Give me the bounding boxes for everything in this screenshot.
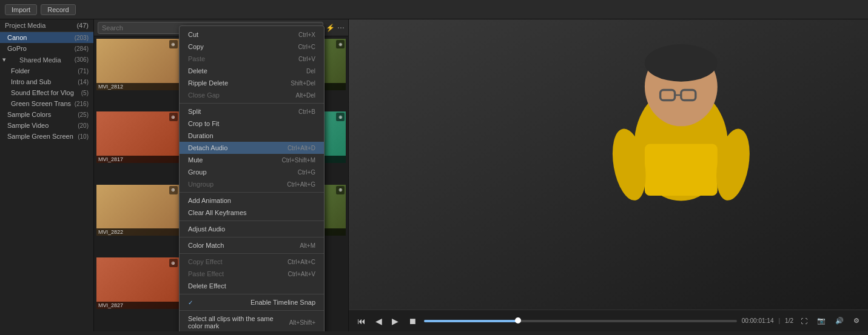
ctx-sep-7	[180, 310, 324, 311]
media-thumb-overlay: ⊕	[336, 40, 345, 48]
more-settings-button[interactable]: ⚙	[851, 316, 862, 326]
play-backward-button[interactable]: ◀	[373, 315, 385, 327]
sidebar-item-sound-effect[interactable]: Sound Effect for Vlog (5)	[0, 87, 93, 98]
ctx-paste-effect-shortcut: Ctrl+Alt+V	[288, 271, 315, 277]
ctx-copy[interactable]: Copy Ctrl+C	[180, 41, 324, 53]
sidebar-item-sample-colors[interactable]: Sample Colors (25)	[0, 109, 93, 120]
progress-bar[interactable]	[424, 320, 737, 322]
timeline-area: ↩ ↪ 🗑 ✂ ⧉ ⏱ ♪ NEW ↖ ⚡ 00:00:00:00 ⤢ + − …	[0, 331, 868, 335]
filter-icon[interactable]: ⚡	[326, 24, 335, 32]
ctx-clear-keyframes-label: Clear All Keyframes	[188, 209, 247, 216]
ctx-cut-label: Cut	[188, 31, 198, 38]
sidebar-item-sample-green-screen[interactable]: Sample Green Screen (10)	[0, 131, 93, 142]
ctx-cut-shortcut: Ctrl+X	[298, 32, 315, 38]
media-thumb-overlay: ⊕	[336, 113, 345, 121]
ctx-duration[interactable]: Duration	[180, 130, 324, 142]
time-total-fraction: 1/2	[785, 317, 793, 324]
ctx-detach-audio-shortcut: Ctrl+Alt+D	[288, 145, 315, 151]
media-thumb-label: MVI_2827	[96, 302, 179, 309]
ctx-ripple-delete-label: Ripple Delete	[188, 79, 228, 87]
ctx-copy-effect-shortcut: Ctrl+Alt+C	[288, 259, 315, 265]
fullscreen-button[interactable]: ⛶	[798, 316, 810, 326]
sidebar-item-sample-video[interactable]: Sample Video (20)	[0, 120, 93, 131]
ctx-duration-label: Duration	[188, 132, 214, 139]
sidebar-item-folder[interactable]: Folder (71)	[0, 65, 93, 76]
ctx-sep-3	[180, 221, 324, 221]
ctx-paste-label: Paste	[188, 55, 205, 62]
volume-button[interactable]: 🔊	[833, 316, 846, 326]
sidebar-item-canon[interactable]: Canon (203)	[0, 32, 93, 43]
ctx-mute[interactable]: Mute Ctrl+Shift+M	[180, 154, 324, 166]
ctx-clear-keyframes[interactable]: Clear All Keyframes	[180, 207, 324, 219]
record-button[interactable]: Record	[41, 4, 75, 15]
media-thumb-mvi2822[interactable]: ⊕ MVI_2822	[96, 185, 179, 236]
ctx-ungroup-label: Ungroup	[188, 181, 214, 188]
ctx-sep-2	[180, 192, 324, 193]
ctx-adjust-audio-label: Adjust Audio	[188, 225, 225, 233]
media-thumb-overlay: ⊕	[336, 186, 345, 194]
sidebar-item-shared-media[interactable]: ▾ Shared Media (306)	[0, 54, 93, 65]
ctx-enable-timeline-snap[interactable]: ✓ Enable Timeline Snap	[180, 296, 324, 308]
ctx-delete-effect[interactable]: Delete Effect	[180, 280, 324, 292]
ctx-cut[interactable]: Cut Ctrl+X	[180, 28, 324, 41]
context-menu: Cut Ctrl+X Copy Ctrl+C Paste Ctrl+V Dele…	[179, 25, 325, 331]
ctx-close-gap-shortcut: Alt+Del	[295, 92, 315, 99]
sidebar-item-gopro[interactable]: GoPro (284)	[0, 43, 93, 54]
ctx-ripple-delete[interactable]: Ripple Delete Shift+Del	[180, 77, 324, 89]
timeline-toolbar: ↩ ↪ 🗑 ✂ ⧉ ⏱ ♪ NEW ↖ ⚡ 00:00:00:00 ⤢ + − …	[0, 331, 868, 335]
ctx-select-same-color[interactable]: Select all clips with the same color mar…	[180, 313, 324, 331]
ctx-mute-shortcut: Ctrl+Shift+M	[281, 157, 315, 164]
media-thumb-mvi2817[interactable]: ⊕ MVI_2817	[96, 111, 179, 163]
top-bar: Import Record	[0, 0, 868, 19]
ctx-paste-shortcut: Ctrl+V	[298, 56, 315, 62]
ctx-add-animation-label: Add Animation	[188, 197, 231, 204]
stop-button[interactable]: ⏹	[406, 315, 419, 327]
ctx-detach-audio[interactable]: Detach Audio Ctrl+Alt+D	[180, 142, 324, 154]
ctx-copy-effect-label: Copy Effect	[188, 258, 223, 265]
ctx-delete-label: Delete	[188, 67, 207, 75]
sidebar-item-green-screen[interactable]: Green Screen Trans (216)	[0, 98, 93, 109]
ctx-adjust-audio[interactable]: Adjust Audio	[180, 223, 324, 235]
ctx-sep-1	[180, 103, 324, 104]
sidebar-item-intro-sub[interactable]: Intro and Sub (14)	[0, 76, 93, 87]
ctx-split-shortcut: Ctrl+B	[298, 108, 315, 115]
ctx-enable-timeline-snap-label: Enable Timeline Snap	[251, 299, 315, 306]
svg-point-4	[645, 44, 718, 82]
ctx-sep-4	[180, 237, 324, 237]
progress-thumb	[515, 317, 521, 323]
check-icon: ✓	[188, 299, 193, 306]
ctx-crop-to-fit[interactable]: Crop to Fit	[180, 118, 324, 130]
ctx-paste: Paste Ctrl+V	[180, 53, 324, 65]
left-panel-header: Project Media (47)	[0, 19, 93, 32]
ctx-paste-effect: Paste Effect Ctrl+Alt+V	[180, 268, 324, 280]
ctx-ungroup-shortcut: Ctrl+Alt+G	[287, 181, 315, 188]
time-fraction: |	[778, 317, 780, 324]
ctx-add-animation[interactable]: Add Animation	[180, 194, 324, 207]
ctx-split[interactable]: Split Ctrl+B	[180, 105, 324, 118]
snapshot-button[interactable]: 📷	[815, 316, 828, 326]
ctx-detach-audio-label: Detach Audio	[188, 144, 227, 151]
ctx-color-match-label: Color Match	[188, 242, 224, 249]
ctx-crop-to-fit-label: Crop to Fit	[188, 120, 219, 127]
ctx-sep-5	[180, 253, 324, 254]
import-button[interactable]: Import	[5, 4, 37, 15]
ctx-color-match-shortcut: Alt+M	[300, 242, 315, 249]
main-area: Project Media (47) Canon (203) GoPro (28…	[0, 19, 868, 331]
ctx-color-match[interactable]: Color Match Alt+M	[180, 239, 324, 251]
ctx-mute-label: Mute	[188, 156, 203, 164]
ctx-group-shortcut: Ctrl+G	[298, 169, 315, 176]
media-thumb-mvi2812[interactable]: ⊕ MVI_2812	[96, 39, 179, 90]
ctx-delete[interactable]: Delete Del	[180, 65, 324, 77]
ctx-close-gap: Close Gap Alt+Del	[180, 89, 324, 101]
preview-video	[349, 19, 868, 310]
media-thumb-label: MVI_2822	[96, 228, 179, 236]
more-icon[interactable]: ⋯	[337, 24, 345, 32]
ctx-group[interactable]: Group Ctrl+G	[180, 166, 324, 178]
chevron-down-icon: ▾	[2, 56, 6, 64]
play-button[interactable]: ▶	[389, 315, 401, 327]
media-thumb-overlay: ⊕	[169, 40, 178, 48]
ctx-copy-effect: Copy Effect Ctrl+Alt+C	[180, 256, 324, 268]
skip-to-start-button[interactable]: ⏮	[355, 315, 368, 327]
media-thumb-mvi2827[interactable]: ⊕ MVI_2827	[96, 257, 179, 309]
media-thumb-label: MVI_2817	[96, 156, 179, 163]
